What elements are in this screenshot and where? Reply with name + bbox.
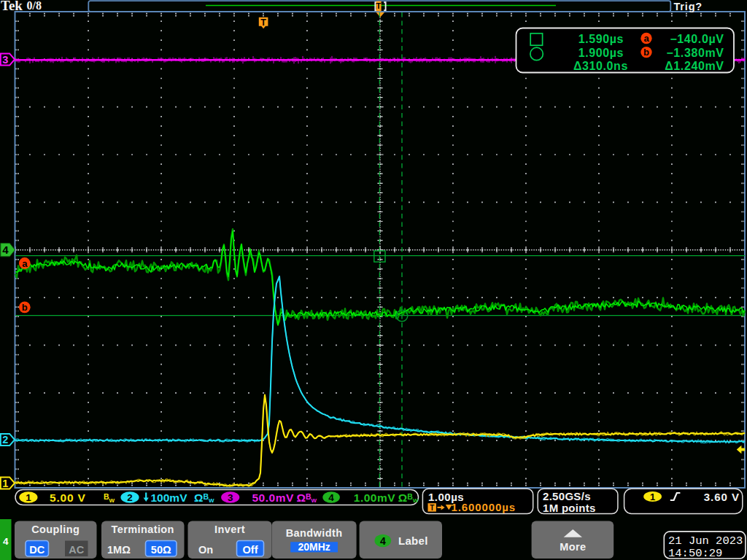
svg-text:1M points: 1M points xyxy=(543,502,596,514)
svg-text:1: 1 xyxy=(26,492,31,503)
svg-text:3: 3 xyxy=(2,54,8,66)
svg-text:W: W xyxy=(209,497,214,504)
svg-text:3.60 V: 3.60 V xyxy=(704,491,740,503)
svg-text:DC: DC xyxy=(29,544,44,556)
svg-text:b: b xyxy=(22,302,28,313)
svg-text:More: More xyxy=(560,541,586,553)
svg-text:2: 2 xyxy=(127,492,133,503)
svg-text:4: 4 xyxy=(380,535,386,547)
svg-text:W: W xyxy=(311,497,317,504)
svg-text:3: 3 xyxy=(228,492,233,503)
svg-text:a: a xyxy=(22,258,28,269)
svg-text:Coupling: Coupling xyxy=(31,524,80,535)
svg-text:20MHz: 20MHz xyxy=(298,541,330,553)
svg-text:100mV: 100mV xyxy=(151,491,188,504)
svg-text:50.0mV: 50.0mV xyxy=(252,491,294,504)
svg-text:Termination: Termination xyxy=(112,524,174,535)
svg-text:Ω: Ω xyxy=(194,491,203,504)
svg-text:Δ310.0ns: Δ310.0ns xyxy=(573,60,628,72)
svg-text:Invert: Invert xyxy=(214,524,245,535)
svg-text:T: T xyxy=(260,18,266,28)
svg-text:5.00 V: 5.00 V xyxy=(50,491,86,504)
svg-text:1: 1 xyxy=(650,491,655,502)
svg-text:0/8: 0/8 xyxy=(27,0,42,12)
svg-text:Δ1.240mV: Δ1.240mV xyxy=(665,60,724,72)
svg-text:b: b xyxy=(643,47,649,58)
svg-text:1.00mV: 1.00mV xyxy=(354,491,395,504)
svg-text:2: 2 xyxy=(2,434,8,446)
svg-text:1.590µs: 1.590µs xyxy=(578,33,624,45)
svg-text:4: 4 xyxy=(2,244,9,256)
svg-text:21 Jun 2023: 21 Jun 2023 xyxy=(668,534,743,548)
svg-text:a: a xyxy=(643,33,649,44)
svg-text:−140.0µV: −140.0µV xyxy=(670,33,724,45)
svg-text:2.50GS/s: 2.50GS/s xyxy=(543,490,591,502)
svg-text:1.600000µs: 1.600000µs xyxy=(452,501,516,513)
svg-text:1.900µs: 1.900µs xyxy=(578,47,624,59)
svg-text:1MΩ: 1MΩ xyxy=(107,544,131,556)
svg-text:Ω: Ω xyxy=(297,491,306,504)
svg-text:Ω: Ω xyxy=(398,491,407,504)
svg-text:4: 4 xyxy=(328,492,334,503)
svg-text:On: On xyxy=(198,544,213,556)
svg-text:50Ω: 50Ω xyxy=(151,544,171,556)
svg-text:Bandwidth: Bandwidth xyxy=(286,527,343,539)
svg-text:Trig?: Trig? xyxy=(674,1,703,12)
svg-text:4: 4 xyxy=(3,536,9,547)
svg-text:Label: Label xyxy=(398,534,428,547)
svg-text:1: 1 xyxy=(2,478,8,489)
svg-text:14:50:29: 14:50:29 xyxy=(668,547,722,560)
svg-text:Tek: Tek xyxy=(1,0,23,13)
svg-text:AC: AC xyxy=(69,544,84,556)
svg-text:W: W xyxy=(109,497,115,504)
svg-text:T: T xyxy=(430,504,434,512)
svg-text:−1.380mV: −1.380mV xyxy=(666,47,724,59)
svg-text:T: T xyxy=(376,1,382,10)
svg-text:W: W xyxy=(413,497,419,504)
svg-text:Off: Off xyxy=(243,544,258,556)
